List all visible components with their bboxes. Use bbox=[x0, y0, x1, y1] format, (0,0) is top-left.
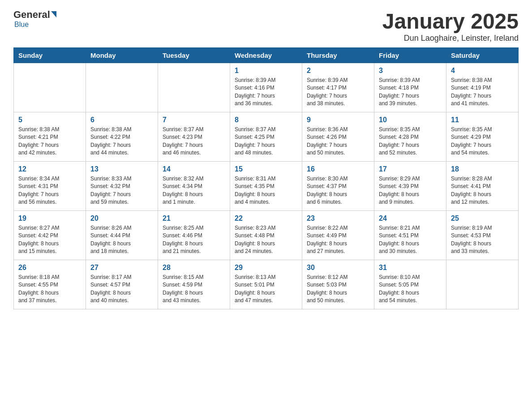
day-info: Sunrise: 8:26 AM Sunset: 4:44 PM Dayligh… bbox=[90, 224, 153, 256]
day-info: Sunrise: 8:17 AM Sunset: 4:57 PM Dayligh… bbox=[90, 274, 153, 305]
location-subtitle: Dun Laoghaire, Leinster, Ireland bbox=[382, 34, 519, 43]
day-number: 20 bbox=[90, 214, 153, 223]
day-info: Sunrise: 8:37 AM Sunset: 4:23 PM Dayligh… bbox=[163, 126, 225, 157]
calendar-week-row: 12Sunrise: 8:34 AM Sunset: 4:31 PM Dayli… bbox=[14, 162, 519, 211]
day-number: 4 bbox=[451, 67, 514, 75]
day-number: 31 bbox=[379, 264, 442, 272]
day-info: Sunrise: 8:21 AM Sunset: 4:51 PM Dayligh… bbox=[379, 224, 442, 256]
calendar-cell: 18Sunrise: 8:28 AM Sunset: 4:41 PM Dayli… bbox=[446, 162, 519, 211]
day-info: Sunrise: 8:35 AM Sunset: 4:29 PM Dayligh… bbox=[451, 126, 514, 157]
day-number: 26 bbox=[18, 264, 81, 272]
day-number: 14 bbox=[163, 165, 225, 173]
calendar-cell: 5Sunrise: 8:38 AM Sunset: 4:21 PM Daylig… bbox=[14, 112, 86, 162]
day-info: Sunrise: 8:38 AM Sunset: 4:22 PM Dayligh… bbox=[90, 126, 153, 157]
logo: General Blue bbox=[13, 9, 57, 29]
day-number: 12 bbox=[18, 165, 81, 173]
calendar-cell: 1Sunrise: 8:39 AM Sunset: 4:16 PM Daylig… bbox=[230, 63, 302, 112]
page-header: General Blue January 2025 Dun Laoghaire,… bbox=[13, 9, 519, 43]
header-tuesday: Tuesday bbox=[158, 48, 230, 63]
day-number: 25 bbox=[451, 214, 514, 223]
calendar-cell: 24Sunrise: 8:21 AM Sunset: 4:51 PM Dayli… bbox=[374, 211, 446, 260]
calendar-cell: 17Sunrise: 8:29 AM Sunset: 4:39 PM Dayli… bbox=[374, 162, 446, 211]
calendar-cell: 30Sunrise: 8:12 AM Sunset: 5:03 PM Dayli… bbox=[302, 260, 374, 309]
day-info: Sunrise: 8:10 AM Sunset: 5:05 PM Dayligh… bbox=[379, 274, 442, 305]
day-number: 3 bbox=[379, 67, 442, 75]
day-info: Sunrise: 8:29 AM Sunset: 4:39 PM Dayligh… bbox=[379, 175, 442, 206]
day-number: 23 bbox=[307, 214, 369, 223]
calendar-cell: 7Sunrise: 8:37 AM Sunset: 4:23 PM Daylig… bbox=[158, 112, 230, 162]
day-info: Sunrise: 8:15 AM Sunset: 4:59 PM Dayligh… bbox=[163, 274, 225, 305]
day-number: 18 bbox=[451, 165, 514, 173]
calendar-cell: 19Sunrise: 8:27 AM Sunset: 4:42 PM Dayli… bbox=[14, 211, 86, 260]
day-number: 10 bbox=[379, 116, 442, 124]
day-number: 16 bbox=[307, 165, 369, 173]
day-info: Sunrise: 8:36 AM Sunset: 4:26 PM Dayligh… bbox=[307, 126, 369, 157]
day-info: Sunrise: 8:22 AM Sunset: 4:49 PM Dayligh… bbox=[307, 224, 369, 256]
calendar-cell: 3Sunrise: 8:39 AM Sunset: 4:18 PM Daylig… bbox=[374, 63, 446, 112]
day-number: 2 bbox=[307, 67, 369, 75]
day-info: Sunrise: 8:39 AM Sunset: 4:17 PM Dayligh… bbox=[307, 77, 369, 108]
day-info: Sunrise: 8:23 AM Sunset: 4:48 PM Dayligh… bbox=[235, 224, 297, 256]
day-number: 27 bbox=[90, 264, 153, 272]
calendar-cell: 11Sunrise: 8:35 AM Sunset: 4:29 PM Dayli… bbox=[446, 112, 519, 162]
day-number: 19 bbox=[18, 214, 81, 223]
day-number: 11 bbox=[451, 116, 514, 124]
calendar-cell bbox=[14, 63, 86, 112]
calendar-cell: 14Sunrise: 8:32 AM Sunset: 4:34 PM Dayli… bbox=[158, 162, 230, 211]
day-info: Sunrise: 8:19 AM Sunset: 4:53 PM Dayligh… bbox=[451, 224, 514, 256]
day-number: 7 bbox=[163, 116, 225, 124]
day-number: 29 bbox=[235, 264, 297, 272]
day-number: 28 bbox=[163, 264, 225, 272]
calendar-header-row: SundayMondayTuesdayWednesdayThursdayFrid… bbox=[14, 48, 519, 63]
calendar-cell: 27Sunrise: 8:17 AM Sunset: 4:57 PM Dayli… bbox=[86, 260, 158, 309]
calendar-cell: 25Sunrise: 8:19 AM Sunset: 4:53 PM Dayli… bbox=[446, 211, 519, 260]
calendar-cell: 21Sunrise: 8:25 AM Sunset: 4:46 PM Dayli… bbox=[158, 211, 230, 260]
calendar-week-row: 26Sunrise: 8:18 AM Sunset: 4:55 PM Dayli… bbox=[14, 260, 519, 309]
logo-arrow-icon bbox=[51, 11, 56, 17]
day-info: Sunrise: 8:35 AM Sunset: 4:28 PM Dayligh… bbox=[379, 126, 442, 157]
calendar-cell: 16Sunrise: 8:30 AM Sunset: 4:37 PM Dayli… bbox=[302, 162, 374, 211]
day-info: Sunrise: 8:25 AM Sunset: 4:46 PM Dayligh… bbox=[163, 224, 225, 256]
day-number: 9 bbox=[307, 116, 369, 124]
day-info: Sunrise: 8:33 AM Sunset: 4:32 PM Dayligh… bbox=[90, 175, 153, 206]
calendar-cell: 22Sunrise: 8:23 AM Sunset: 4:48 PM Dayli… bbox=[230, 211, 302, 260]
header-monday: Monday bbox=[86, 48, 158, 63]
calendar-cell: 13Sunrise: 8:33 AM Sunset: 4:32 PM Dayli… bbox=[86, 162, 158, 211]
header-saturday: Saturday bbox=[446, 48, 519, 63]
header-friday: Friday bbox=[374, 48, 446, 63]
day-info: Sunrise: 8:27 AM Sunset: 4:42 PM Dayligh… bbox=[18, 224, 81, 256]
day-info: Sunrise: 8:31 AM Sunset: 4:35 PM Dayligh… bbox=[235, 175, 297, 206]
day-info: Sunrise: 8:28 AM Sunset: 4:41 PM Dayligh… bbox=[451, 175, 514, 206]
month-title: January 2025 bbox=[382, 9, 519, 34]
calendar-table: SundayMondayTuesdayWednesdayThursdayFrid… bbox=[13, 47, 519, 309]
calendar-cell bbox=[446, 260, 519, 309]
day-info: Sunrise: 8:39 AM Sunset: 4:16 PM Dayligh… bbox=[235, 77, 297, 108]
calendar-cell: 9Sunrise: 8:36 AM Sunset: 4:26 PM Daylig… bbox=[302, 112, 374, 162]
day-info: Sunrise: 8:13 AM Sunset: 5:01 PM Dayligh… bbox=[235, 274, 297, 305]
day-number: 17 bbox=[379, 165, 442, 173]
calendar-cell bbox=[158, 63, 230, 112]
day-info: Sunrise: 8:38 AM Sunset: 4:19 PM Dayligh… bbox=[451, 77, 514, 108]
day-number: 24 bbox=[379, 214, 442, 223]
calendar-cell: 31Sunrise: 8:10 AM Sunset: 5:05 PM Dayli… bbox=[374, 260, 446, 309]
logo-general-text: General bbox=[13, 9, 50, 21]
day-number: 13 bbox=[90, 165, 153, 173]
header-wednesday: Wednesday bbox=[230, 48, 302, 63]
day-info: Sunrise: 8:18 AM Sunset: 4:55 PM Dayligh… bbox=[18, 274, 81, 305]
calendar-cell: 8Sunrise: 8:37 AM Sunset: 4:25 PM Daylig… bbox=[230, 112, 302, 162]
calendar-week-row: 19Sunrise: 8:27 AM Sunset: 4:42 PM Dayli… bbox=[14, 211, 519, 260]
day-info: Sunrise: 8:38 AM Sunset: 4:21 PM Dayligh… bbox=[18, 126, 81, 157]
calendar-week-row: 1Sunrise: 8:39 AM Sunset: 4:16 PM Daylig… bbox=[14, 63, 519, 112]
day-number: 30 bbox=[307, 264, 369, 272]
calendar-cell: 15Sunrise: 8:31 AM Sunset: 4:35 PM Dayli… bbox=[230, 162, 302, 211]
day-number: 5 bbox=[18, 116, 81, 124]
day-info: Sunrise: 8:39 AM Sunset: 4:18 PM Dayligh… bbox=[379, 77, 442, 108]
calendar-cell: 26Sunrise: 8:18 AM Sunset: 4:55 PM Dayli… bbox=[14, 260, 86, 309]
calendar-cell: 4Sunrise: 8:38 AM Sunset: 4:19 PM Daylig… bbox=[446, 63, 519, 112]
calendar-week-row: 5Sunrise: 8:38 AM Sunset: 4:21 PM Daylig… bbox=[14, 112, 519, 162]
day-info: Sunrise: 8:30 AM Sunset: 4:37 PM Dayligh… bbox=[307, 175, 369, 206]
calendar-cell bbox=[86, 63, 158, 112]
day-number: 15 bbox=[235, 165, 297, 173]
calendar-cell: 23Sunrise: 8:22 AM Sunset: 4:49 PM Dayli… bbox=[302, 211, 374, 260]
day-info: Sunrise: 8:12 AM Sunset: 5:03 PM Dayligh… bbox=[307, 274, 369, 305]
